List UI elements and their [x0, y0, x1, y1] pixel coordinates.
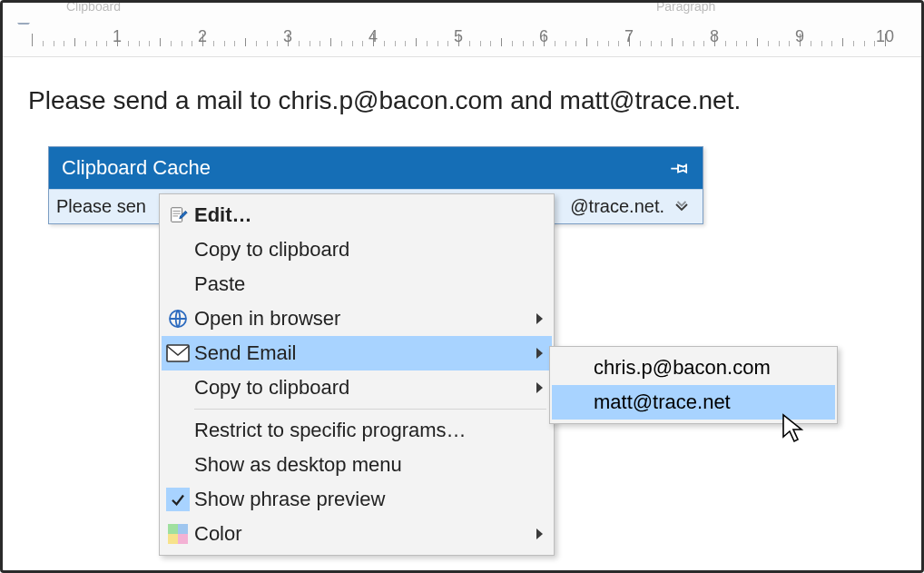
- submenu-arrow-icon: [536, 313, 543, 324]
- menu-item-desktop-menu[interactable]: Show as desktop menu: [162, 448, 552, 482]
- submenu-label: chris.p@bacon.com: [594, 356, 826, 380]
- menu-label: Paste: [194, 272, 543, 296]
- panel-titlebar[interactable]: Clipboard Cache: [49, 147, 703, 189]
- svg-rect-0: [172, 208, 182, 222]
- chevron-down-icon[interactable]: [673, 199, 690, 215]
- menu-label: Copy to clipboard: [194, 238, 543, 262]
- submenu-label: matt@trace.net: [594, 390, 826, 414]
- ribbon-group-paragraph: Paragraph: [656, 0, 715, 14]
- menu-item-paste[interactable]: Paste: [162, 267, 552, 301]
- menu-label: Color: [194, 522, 531, 546]
- ruler-number: 10: [876, 27, 894, 46]
- document-text[interactable]: Please send a mail to chris.p@bacon.com …: [28, 86, 741, 115]
- svg-rect-2: [167, 345, 189, 361]
- menu-item-restrict[interactable]: Restrict to specific programs…: [162, 413, 552, 448]
- submenu-arrow-icon: [536, 348, 543, 359]
- ruler-number: 6: [539, 27, 548, 46]
- menu-item-color[interactable]: Color: [162, 517, 552, 551]
- context-menu: Edit… Copy to clipboard Paste Open in br…: [159, 193, 555, 556]
- menu-label: Restrict to specific programs…: [194, 419, 543, 442]
- ruler-area: Clipboard Paragraph 12345678910: [3, 3, 921, 57]
- menu-label: Show as desktop menu: [194, 453, 543, 477]
- menu-label: Show phrase preview: [194, 488, 543, 511]
- ruler-number: 2: [198, 27, 207, 46]
- menu-label: Send Email: [194, 341, 531, 365]
- ruler-number: 9: [795, 27, 804, 46]
- ruler-number: 8: [710, 27, 719, 46]
- submenu-item-email-1[interactable]: chris.p@bacon.com: [552, 351, 835, 385]
- globe-icon: [162, 308, 194, 330]
- pin-icon[interactable]: [670, 158, 690, 178]
- ruler-number: 4: [369, 27, 378, 46]
- submenu-arrow-icon: [536, 529, 543, 539]
- submenu-arrow-icon: [536, 382, 543, 393]
- menu-label: Copy to clipboard: [194, 376, 531, 400]
- ribbon-group-clipboard: Clipboard: [66, 0, 121, 14]
- ruler-number: 7: [624, 27, 634, 46]
- envelope-icon: [162, 344, 194, 362]
- ruler-number: 1: [113, 27, 122, 46]
- checked-icon: [162, 488, 194, 511]
- ruler-number: 3: [283, 27, 292, 46]
- menu-label: Edit…: [194, 203, 543, 227]
- send-email-submenu: chris.p@bacon.com matt@trace.net: [549, 346, 838, 424]
- menu-item-copy[interactable]: Copy to clipboard: [162, 232, 552, 267]
- ruler-number: 5: [454, 27, 463, 46]
- menu-item-phrase-preview[interactable]: Show phrase preview: [162, 482, 552, 517]
- menu-item-edit[interactable]: Edit…: [162, 198, 552, 232]
- menu-label: Open in browser: [194, 307, 531, 331]
- color-swatch-icon: [162, 524, 194, 544]
- panel-title-text: Clipboard Cache: [62, 156, 211, 180]
- panel-item-text-left: Please sen: [56, 196, 146, 217]
- panel-item-text-right: @trace.net.: [570, 196, 664, 217]
- submenu-item-email-2[interactable]: matt@trace.net: [552, 385, 835, 420]
- menu-separator: [194, 409, 546, 410]
- edit-icon: [162, 205, 194, 225]
- menu-item-copy-2[interactable]: Copy to clipboard: [162, 370, 552, 405]
- horizontal-ruler[interactable]: 12345678910: [12, 25, 912, 52]
- menu-item-send-email[interactable]: Send Email: [162, 336, 552, 370]
- menu-item-open-in-browser[interactable]: Open in browser: [162, 301, 552, 336]
